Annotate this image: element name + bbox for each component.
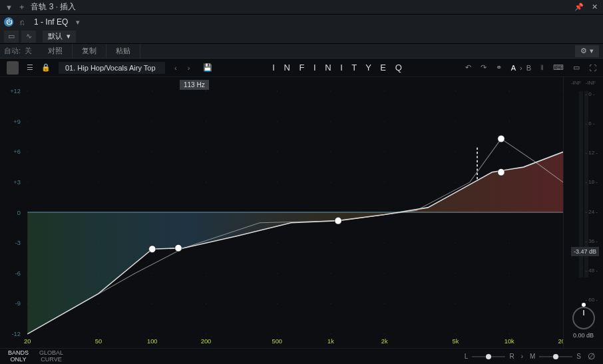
svg-text:100: 100: [147, 337, 157, 344]
svg-point-45: [330, 152, 331, 152]
svg-point-89: [562, 303, 563, 304]
preset-prev-icon[interactable]: ‹: [173, 64, 178, 72]
svg-point-97: [455, 333, 456, 334]
svg-point-31: [98, 121, 99, 122]
automation-icon[interactable]: ∿: [21, 31, 36, 43]
tab-compare[interactable]: 对照: [39, 44, 73, 58]
svg-point-52: [152, 182, 152, 182]
eq-band-node[interactable]: [149, 246, 156, 253]
svg-point-39: [562, 121, 563, 122]
frequency-tooltip: 113 Hz: [180, 80, 209, 90]
svg-point-98: [509, 333, 510, 334]
analyzer-icon[interactable]: ⫴: [540, 63, 544, 72]
r-label: R: [509, 353, 514, 360]
close-icon[interactable]: ✕: [592, 3, 598, 11]
svg-point-43: [206, 152, 206, 152]
svg-text:-6: -6: [15, 270, 21, 277]
ab-arrow-icon[interactable]: ›: [520, 64, 522, 72]
svg-point-44: [277, 152, 278, 152]
add-icon[interactable]: +: [19, 2, 25, 12]
slider-thumb[interactable]: [553, 354, 558, 359]
chevron-right-icon[interactable]: ›: [521, 353, 523, 360]
svg-point-75: [330, 273, 331, 273]
svg-point-92: [152, 333, 152, 334]
svg-text:0: 0: [17, 209, 21, 216]
phase-icon[interactable]: ∅: [588, 351, 595, 361]
plugin-slot-name[interactable]: 1 - Inf EQ: [34, 17, 68, 27]
gear-icon: ⚙: [580, 47, 587, 55]
ms-slider-track[interactable]: [539, 356, 572, 357]
pin-icon[interactable]: 📌: [574, 3, 584, 11]
fullscreen-icon[interactable]: ⛶: [589, 64, 596, 72]
svg-point-25: [330, 91, 331, 92]
tab-paste[interactable]: 粘贴: [106, 44, 140, 58]
output-gain-value: 0.00 dB: [573, 332, 594, 339]
svg-point-87: [455, 303, 456, 304]
svg-point-21: [98, 91, 99, 92]
eq-band-node[interactable]: [498, 168, 504, 176]
svg-point-22: [152, 91, 152, 92]
auto-off[interactable]: 关: [25, 46, 39, 56]
preset-dropdown[interactable]: 默认 ▾: [43, 31, 76, 43]
eq-fill: [27, 152, 563, 334]
svg-point-50: [27, 182, 28, 182]
preset-name[interactable]: 01. Hip Hop/Vocals Airy Top: [59, 62, 165, 74]
bands-only-button[interactable]: BANDS ONLY: [8, 350, 29, 363]
plugin-slot-bar: ⏻ ⎌ 1 - Inf EQ ▾: [0, 15, 603, 29]
eq-band-node[interactable]: [335, 217, 341, 224]
keyboard-icon[interactable]: ⌨: [553, 63, 564, 72]
dropdown-label: 默认: [48, 31, 63, 41]
svg-point-36: [384, 121, 385, 122]
info-icon[interactable]: ▭: [573, 63, 580, 72]
eq-display[interactable]: 113 Hz +12+9+6+30-3-6-9-12 2050100200500…: [0, 77, 563, 348]
svg-point-42: [152, 152, 152, 152]
svg-point-41: [98, 152, 99, 152]
page-icon[interactable]: ▭: [4, 31, 19, 43]
svg-text:+9: +9: [13, 118, 21, 125]
menu-icon[interactable]: ☰: [27, 63, 33, 72]
routing-icon[interactable]: ⎌: [20, 18, 25, 26]
link-icon[interactable]: ⚭: [496, 63, 502, 72]
svg-point-66: [384, 243, 385, 244]
redo-icon[interactable]: ↷: [481, 63, 487, 72]
power-button[interactable]: ⏻: [4, 17, 13, 27]
lr-balance[interactable]: L R: [465, 353, 514, 360]
l-label: L: [465, 353, 469, 360]
svg-point-95: [330, 333, 331, 334]
svg-text:20k: 20k: [558, 337, 563, 344]
ab-compare: A › B: [511, 64, 531, 72]
svg-point-93: [206, 333, 206, 334]
chevron-down-icon[interactable]: ▾: [76, 18, 80, 27]
save-icon[interactable]: 💾: [203, 63, 212, 72]
ab-a-button[interactable]: A: [511, 64, 516, 72]
ms-balance[interactable]: M S: [530, 353, 581, 360]
eq-band-node[interactable]: [175, 244, 182, 252]
global-curve-button[interactable]: GLOBAL CURVE: [39, 350, 63, 363]
plugin-title: I N F I N I T Y E Q: [272, 63, 405, 73]
eq-band-node[interactable]: [498, 135, 504, 142]
svg-point-82: [152, 303, 152, 304]
knob-indicator: [582, 303, 586, 307]
svg-point-77: [455, 273, 456, 273]
lr-slider-track[interactable]: [472, 356, 505, 357]
output-gain-knob[interactable]: [572, 307, 595, 329]
ab-b-button[interactable]: B: [526, 64, 531, 72]
svg-point-56: [384, 182, 385, 182]
svg-point-74: [277, 273, 278, 273]
svg-point-83: [206, 303, 206, 304]
db-axis-labels: +12+9+6+30-3-6-9-12: [10, 87, 21, 337]
svg-point-35: [330, 121, 331, 122]
svg-text:-3: -3: [15, 239, 21, 246]
svg-point-72: [152, 273, 152, 273]
svg-point-57: [455, 182, 456, 182]
tab-copy[interactable]: 复制: [73, 44, 106, 58]
lock-icon[interactable]: 🔒: [41, 63, 51, 72]
settings-button[interactable]: ⚙ ▾: [575, 45, 599, 57]
eq-curve-svg[interactable]: +12+9+6+30-3-6-9-12 20501002005001k2k5k1…: [0, 77, 563, 348]
svg-point-76: [384, 273, 385, 273]
slider-thumb[interactable]: [486, 354, 491, 359]
preset-next-icon[interactable]: ›: [186, 64, 192, 72]
collapse-icon[interactable]: ▼: [5, 3, 13, 11]
undo-icon[interactable]: ↶: [465, 63, 471, 72]
svg-point-73: [206, 273, 206, 273]
